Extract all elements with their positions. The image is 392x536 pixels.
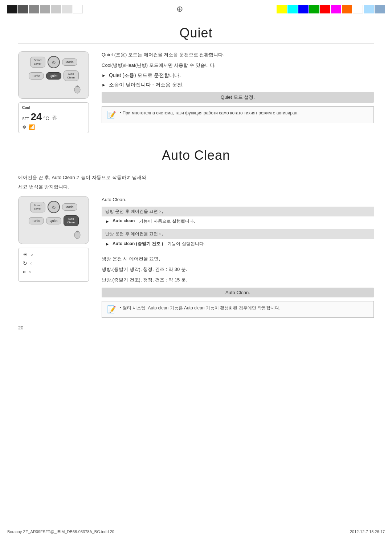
compass-icon: ⊕ <box>176 4 183 14</box>
color-swatch <box>40 5 50 13</box>
quiet-note-box: 📝 • При многотелна система, тази функция… <box>102 106 374 123</box>
ac-bullet1-label: Auto clean <box>113 218 135 223</box>
quiet-intro-line2: Cool(냉방)/Heat(난방) 모드에서만 사용할 수 있습니다. <box>102 62 374 69</box>
ac-autoclean-btn-highlighted[interactable]: AutoClean <box>64 215 79 226</box>
color-swatch <box>287 5 298 13</box>
autoclean-bullet-2: ► Auto clean (증발기 건조 ) 기능이 실행됩니다. <box>105 241 370 247</box>
section-autoclean: Auto Clean 에어컨을 끈 후, Auto Clean 기능이 자동으로… <box>18 148 374 330</box>
page-content: Quiet SmartSaver ⎋ Mode Turbo Quiet Auto… <box>0 18 392 352</box>
power-btn[interactable]: ⎋ <box>48 56 60 68</box>
color-swatch <box>277 5 287 13</box>
date-info: 2012-12-7 15:26:17 <box>350 529 385 534</box>
ac-bullet2-label: Auto clean (증발기 건조 ) <box>113 241 163 247</box>
remote-control-quiet: SmartSaver ⎋ Mode Turbo Quiet AutoClean <box>18 51 89 99</box>
autoclean-content-area: Auto Clean. 냉방 운전 후 에어컨을 끄면 › , ► Auto c… <box>102 196 374 317</box>
ac-row-3: ≈ ○ <box>23 269 84 275</box>
arrow-icon-3: ► <box>105 219 110 224</box>
autoclean-remote-wrap: SmartSaver ⎋ Mode Turbo Quiet AutoClean <box>18 196 91 281</box>
table-cell-1: 냉방 운전 후 에어컨을 끄면 › , <box>102 207 374 216</box>
signal-icon: 📶 <box>29 124 35 130</box>
section-quiet: Quiet SmartSaver ⎋ Mode Turbo Quiet Auto… <box>18 25 374 133</box>
quiet-title: Quiet <box>18 25 374 41</box>
autoclean-btn[interactable]: AutoClean <box>64 70 79 81</box>
color-swatch <box>298 5 309 13</box>
set-label: SET <box>22 117 29 121</box>
arrow-icon-4: ► <box>105 241 110 247</box>
color-swatch <box>375 5 385 13</box>
table-row-3: 난방 운전 후 에어컨을 끄면 › , <box>102 229 374 239</box>
ac-smart-saver-btn[interactable]: SmartSaver <box>30 202 45 212</box>
display-box-quiet: Cool SET 24 °C ☃ ❄ 📶 <box>18 102 89 133</box>
table-cell-3: 난방 운전 후 에어컨을 끄면 › , <box>102 229 374 239</box>
quiet-gray-box: Quiet 모드 설정. <box>102 92 374 103</box>
quiet-content-area: Quiet (조용) 모드는 에어컨을 저소음 운전으로 전환합니다. Cool… <box>102 51 374 123</box>
color-swatch <box>51 5 61 13</box>
ac-remote-row-bottom: Turbo Quiet AutoClean <box>22 215 85 226</box>
ac-power-btn[interactable]: ⎋ <box>48 201 60 213</box>
remote-row-top: SmartSaver ⎋ Mode <box>22 56 85 68</box>
autoclean-note-box: 📝 • 멀티 시스템, Auto clean 기능은 Auto clean 기능… <box>102 301 374 318</box>
quiet-divider <box>18 44 374 44</box>
quiet-note-text: • При многотелна система, тази функция р… <box>120 110 298 115</box>
color-swatch <box>331 5 341 13</box>
ac-remote-row-top: SmartSaver ⎋ Mode <box>22 201 85 213</box>
autoclean-desc4: 냉방.(증발기 냉각), 청정, 건조 : 약 30 분. <box>102 266 374 273</box>
svg-point-1 <box>77 86 78 87</box>
color-blocks-right <box>277 5 385 13</box>
display-icons: ❄ 📶 <box>22 124 85 130</box>
mode-btn[interactable]: Mode <box>62 58 77 66</box>
color-swatch <box>62 5 72 13</box>
fan-icon: ❄ <box>22 124 26 130</box>
color-swatch <box>353 5 363 13</box>
table-row-1: 냉방 운전 후 에어컨을 끄면 › , <box>102 207 374 216</box>
note-icon: 📝 <box>107 110 116 119</box>
color-swatch <box>342 5 352 13</box>
table-cell-2: ► Auto clean 기능이 자동으로 실행됩니다. <box>102 216 374 229</box>
wind-icon: ≈ <box>23 269 26 275</box>
note-icon-2: 📝 <box>107 305 116 314</box>
file-info: Boracay ZE_AR09FSFT@_IBIM_DB68-03378A_BG… <box>7 529 114 534</box>
color-swatch <box>320 5 330 13</box>
quiet-bullet-2-text: 소음이 낮아집니다 - 저소음 운전. <box>109 82 184 88</box>
smart-saver-btn[interactable]: SmartSaver <box>30 57 45 67</box>
finger-gesture-icon <box>72 83 83 94</box>
ac-turbo-btn[interactable]: Turbo <box>29 217 44 224</box>
ac-row-3-dot: ○ <box>29 270 31 274</box>
ac-bullet1-text: 기능이 자동으로 실행됩니다. <box>139 218 195 224</box>
color-blocks-left <box>7 5 83 13</box>
quiet-bullet-2: ► 소음이 낮아집니다 - 저소음 운전. <box>102 82 374 88</box>
autoclean-gray-box: Auto Clean. <box>102 288 374 297</box>
quiet-btn-highlighted[interactable]: Quiet <box>46 72 61 80</box>
ac-mode-btn[interactable]: Mode <box>62 203 77 211</box>
ac-row-1: ☀ ○ <box>23 252 84 257</box>
ac-row-2-dot: ○ <box>30 261 33 265</box>
quiet-bullet-1-text: Quiet (조용) 모드로 운전합니다. <box>109 72 181 79</box>
color-swatch <box>18 5 28 13</box>
finger-gesture-icon-2 <box>72 228 83 239</box>
color-swatch <box>7 5 17 13</box>
remote-row-bottom: Turbo Quiet AutoClean <box>22 70 85 81</box>
page-number: 20 <box>18 325 374 330</box>
color-swatch <box>29 5 39 13</box>
autoclean-desc2: 세균 번식을 방지합니다. <box>18 183 374 191</box>
autoclean-desc5: 난방.(증발기 건조), 청정, 건조 : 약 15 분. <box>102 276 374 284</box>
ac-bullet2-text: 기능이 실행됩니다. <box>167 241 205 247</box>
autoclean-intro-note: Auto Clean. <box>102 196 374 204</box>
temp-icon: ☃ <box>52 115 57 122</box>
arrow-icon-2: ► <box>102 82 106 88</box>
autoclean-desc1: 에어컨을 끈 후, Auto Clean 기능이 자동으로 작동하여 냄새와 <box>18 174 374 182</box>
svg-point-3 <box>77 231 78 232</box>
autoclean-table: 냉방 운전 후 에어컨을 끄면 › , ► Auto clean 기능이 자동으… <box>102 207 374 252</box>
arrow-icon-1: ► <box>102 73 106 78</box>
autoclean-title: Auto Clean <box>18 148 374 163</box>
ac-quiet-btn[interactable]: Quiet <box>46 217 61 224</box>
mode-label: Cool <box>22 106 85 110</box>
top-bar: ⊕ <box>0 0 392 18</box>
display-box-autoclean: ☀ ○ ↻ ○ ≈ ○ <box>18 248 89 282</box>
sun-icon: ☀ <box>23 252 28 257</box>
autoclean-body: SmartSaver ⎋ Mode Turbo Quiet AutoClean <box>18 196 374 317</box>
turbo-btn[interactable]: Turbo <box>29 72 44 80</box>
remote-control-autoclean: SmartSaver ⎋ Mode Turbo Quiet AutoClean <box>18 196 89 244</box>
color-swatch <box>73 5 83 13</box>
autoclean-desc3: 냉방 운전 시 에어컨을 끄면, <box>102 255 374 263</box>
